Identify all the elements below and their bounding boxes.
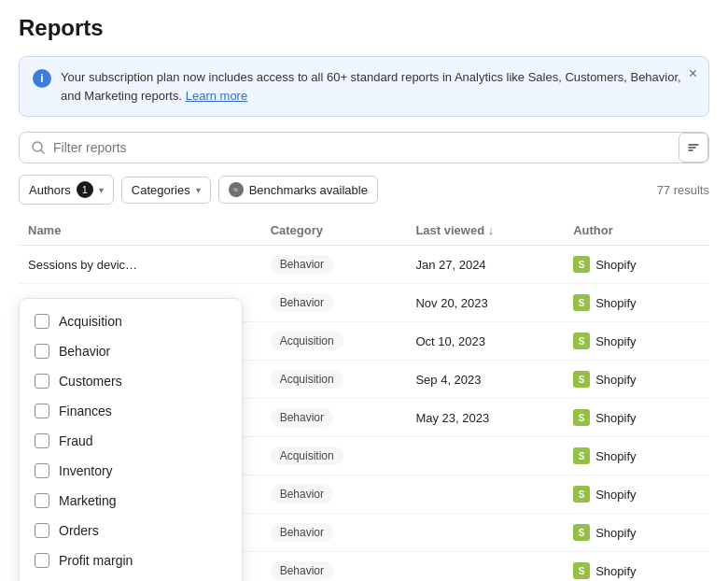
row-author: S Shopify (564, 399, 709, 437)
col-header-author: Author (564, 216, 709, 246)
category-acquisition[interactable]: Acquisition (20, 306, 242, 336)
search-icon (31, 140, 46, 155)
search-bar (19, 132, 709, 163)
info-icon: i (33, 69, 51, 88)
table-header-row: Name Category Last viewed ↓ Author (19, 216, 709, 246)
col-header-category: Category (261, 216, 407, 246)
categories-label: Categories (132, 183, 190, 197)
row-category: Behavior (261, 514, 407, 552)
page-container: Reports i Your subscription plan now inc… (0, 0, 728, 581)
categories-dropdown: Acquisition Behavior Customers Finances … (19, 298, 243, 581)
row-lastviewed (406, 552, 564, 582)
category-orders[interactable]: Orders (20, 516, 242, 546)
shopify-badge: S (573, 486, 590, 503)
fraud-checkbox[interactable] (35, 433, 49, 448)
category-marketing[interactable]: Marketing (20, 486, 242, 516)
table-row[interactable]: Sessions by devic… Behavior Jan 27, 2024… (19, 246, 709, 284)
category-retail-sales[interactable]: Retail sales (20, 575, 242, 581)
results-count: 77 results (657, 183, 709, 197)
row-category: Behavior (261, 284, 407, 322)
row-name: Sessions by devic… (19, 246, 261, 284)
authors-label: Authors (29, 183, 71, 197)
benchmarks-button[interactable]: ≈ Benchmarks available (218, 176, 378, 204)
row-category: Acquisition (261, 361, 407, 399)
search-input[interactable] (53, 140, 697, 155)
row-author: S Shopify (564, 284, 709, 322)
row-lastviewed: Sep 4, 2023 (406, 361, 564, 399)
row-author: S Shopify (564, 514, 709, 552)
finances-checkbox[interactable] (35, 404, 49, 418)
shopify-badge: S (573, 333, 590, 349)
shopify-badge: S (573, 524, 590, 541)
subscription-banner: i Your subscription plan now includes ac… (19, 56, 709, 117)
shopify-badge: S (573, 294, 590, 311)
benchmarks-label: Benchmarks available (249, 183, 368, 197)
profit-margin-checkbox[interactable] (35, 553, 49, 568)
orders-checkbox[interactable] (35, 523, 49, 538)
category-customers[interactable]: Customers (20, 366, 242, 396)
col-header-lastviewed[interactable]: Last viewed ↓ (406, 216, 564, 246)
row-lastviewed (406, 514, 564, 552)
row-category: Acquisition (261, 437, 407, 475)
row-lastviewed (406, 475, 564, 514)
row-lastviewed (406, 437, 564, 475)
authors-filter-button[interactable]: Authors 1 ▾ (19, 175, 114, 205)
inventory-checkbox[interactable] (35, 463, 49, 478)
page-title: Reports (19, 15, 709, 41)
shopify-badge: S (573, 256, 590, 273)
row-author: S Shopify (564, 552, 709, 582)
behavior-checkbox[interactable] (35, 344, 49, 359)
marketing-checkbox[interactable] (35, 493, 49, 508)
shopify-badge: S (573, 409, 590, 426)
shopify-badge: S (573, 371, 590, 388)
row-lastviewed: Jan 27, 2024 (406, 246, 564, 284)
shopify-badge: S (573, 562, 590, 579)
benchmark-icon: ≈ (229, 182, 244, 197)
categories-filter-button[interactable]: Categories ▾ (121, 177, 211, 204)
learn-more-link[interactable]: Learn more (186, 89, 247, 103)
row-category: Behavior (261, 246, 407, 284)
toolbar: Authors 1 ▾ Categories ▾ ≈ Benchmarks av… (19, 175, 709, 205)
authors-count-badge: 1 (77, 181, 93, 198)
content-area: Acquisition Behavior Customers Finances … (19, 216, 709, 581)
category-fraud[interactable]: Fraud (20, 426, 242, 456)
row-lastviewed: Oct 10, 2023 (406, 322, 564, 361)
row-category: Behavior (261, 552, 407, 582)
authors-chevron-icon: ▾ (99, 185, 104, 195)
row-category: Behavior (261, 399, 407, 437)
customers-checkbox[interactable] (35, 374, 49, 389)
row-category: Acquisition (261, 322, 407, 361)
row-lastviewed: May 23, 2023 (406, 399, 564, 437)
row-author: S Shopify (564, 322, 709, 361)
category-behavior[interactable]: Behavior (20, 336, 242, 366)
shopify-badge: S (573, 447, 590, 464)
category-profit-margin[interactable]: Profit margin (20, 546, 242, 575)
svg-line-1 (41, 150, 44, 153)
row-author: S Shopify (564, 475, 709, 514)
sort-button[interactable] (679, 133, 708, 163)
category-finances[interactable]: Finances (20, 396, 242, 426)
acquisition-checkbox[interactable] (35, 314, 49, 329)
row-author: S Shopify (564, 361, 709, 399)
row-author: S Shopify (564, 437, 709, 475)
row-author: S Shopify (564, 246, 709, 284)
row-category: Behavior (261, 475, 407, 514)
col-header-name: Name (19, 216, 261, 246)
categories-chevron-icon: ▾ (196, 185, 201, 195)
row-lastviewed: Nov 20, 2023 (406, 284, 564, 322)
banner-close-button[interactable]: × (689, 66, 697, 81)
category-inventory[interactable]: Inventory (20, 456, 242, 486)
banner-text: Your subscription plan now includes acce… (61, 68, 695, 105)
